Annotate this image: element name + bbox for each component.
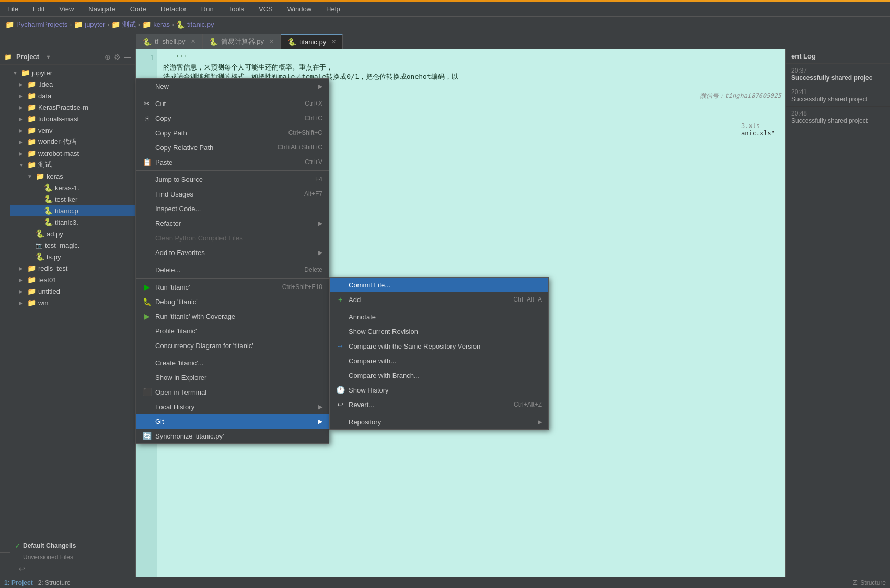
ctx-add[interactable]: + Add Ctrl+Alt+A	[330, 292, 548, 307]
ctx-copy[interactable]: ⎘ Copy Ctrl+C	[136, 111, 329, 125]
bottom-item-z-structure[interactable]: Z: Structure	[853, 579, 886, 586]
tab-titanic[interactable]: 🐍 titanic.py ✕	[281, 34, 343, 49]
sidebar-locate-icon[interactable]: ⊕	[105, 53, 111, 61]
menu-window[interactable]: Window	[284, 4, 315, 14]
vc-default-changelist[interactable]: ✓ Default Changelis	[15, 540, 132, 551]
breadcrumb-pycharmprojects[interactable]: PycharmProjects	[16, 20, 67, 28]
menu-edit[interactable]: Edit	[30, 4, 48, 14]
tree-item-ceshi[interactable]: ▼ 📁 测试	[10, 159, 135, 170]
tree-item-test01[interactable]: ▶ 📁 test01	[10, 274, 135, 285]
tree-item-tspy[interactable]: ▶ 🐍 ts.py	[10, 251, 135, 262]
tree-item-tutorials[interactable]: ▶ 📁 tutorials-mast	[10, 113, 135, 124]
ctx-git[interactable]: Git ▶	[136, 414, 329, 429]
bottom-item-structure[interactable]: 2: Structure	[38, 579, 71, 586]
menu-vcs[interactable]: VCS	[256, 4, 276, 14]
ctx-compare-with-branch[interactable]: Compare with Branch...	[330, 368, 548, 383]
ctx-open-terminal[interactable]: ⬛ Open in Terminal	[136, 385, 329, 399]
ctx-copy-path[interactable]: Copy Path Ctrl+Shift+C	[136, 125, 329, 140]
tree-arrow-idea: ▶	[19, 82, 25, 87]
sidebar-settings-icon[interactable]: ⚙	[114, 53, 121, 61]
ctx-delete[interactable]: Delete... Delete	[136, 262, 329, 277]
breadcrumb-jupyter[interactable]: jupyter	[85, 20, 105, 28]
ctx-repository[interactable]: Repository ▶	[330, 414, 548, 429]
tree-item-wxrobot[interactable]: ▶ 📁 wxrobot-mast	[10, 147, 135, 159]
breadcrumb-keras-icon: 📁	[142, 20, 151, 29]
breadcrumb-titanic[interactable]: titanic.py	[187, 20, 214, 28]
ctx-debug[interactable]: 🐛 Debug 'titanic'	[136, 294, 329, 309]
tree-item-titanic[interactable]: ▶ 🐍 titanic.p	[10, 205, 135, 216]
tree-item-untitled[interactable]: ▶ 📁 untitled	[10, 285, 135, 297]
ctx-find-usages-label: Find Usages	[155, 190, 193, 198]
ctx-new[interactable]: New ▶	[136, 79, 329, 94]
ctx-synchronize[interactable]: 🔄 Synchronize 'titanic.py'	[136, 429, 329, 443]
ctx-compare-with[interactable]: Compare with...	[330, 353, 548, 368]
ctx-commit-file[interactable]: Commit File...	[330, 278, 548, 292]
tab-tfshell-close[interactable]: ✕	[191, 38, 195, 45]
vc-unversioned[interactable]: Unversioned Files	[15, 551, 132, 563]
sidebar-minimize-icon[interactable]: —	[124, 53, 131, 61]
tree-icon-ceshi: 📁	[27, 160, 36, 169]
tree-item-win[interactable]: ▶ 📁 win	[10, 297, 135, 308]
menu-code[interactable]: Code	[127, 4, 149, 14]
ctx-run-icon: ▶	[143, 283, 151, 291]
tree-item-idea[interactable]: ▶ 📁 .idea	[10, 78, 135, 90]
tree-arrow-keras: ▼	[27, 174, 33, 179]
ctx-revert[interactable]: ↩ Revert... Ctrl+Alt+Z	[330, 397, 548, 412]
ctx-annotate[interactable]: Annotate	[330, 309, 548, 324]
menu-help[interactable]: Help	[323, 4, 343, 14]
menu-tools[interactable]: Tools	[225, 4, 247, 14]
tree-item-wonder[interactable]: ▶ 📁 wonder-代码	[10, 136, 135, 147]
ctx-find-usages[interactable]: Find Usages Alt+F7	[136, 187, 329, 201]
ctx-show-current-revision[interactable]: Show Current Revision	[330, 324, 548, 339]
vc-undo-btn[interactable]: ↩	[15, 563, 132, 574]
tree-item-adpy[interactable]: ▶ 🐍 ad.py	[10, 228, 135, 239]
tree-item-data[interactable]: ▶ 📁 data	[10, 90, 135, 101]
tree-item-redistest[interactable]: ▶ 📁 redis_test	[10, 262, 135, 274]
ctx-concurrency[interactable]: Concurrency Diagram for 'titanic'	[136, 338, 329, 353]
ctx-cut-icon: ✂	[143, 99, 151, 108]
bottom-item-project[interactable]: 1: Project	[4, 579, 33, 586]
ctx-add-to-favorites[interactable]: Add to Favorites ▶	[136, 245, 329, 260]
ctx-cut[interactable]: ✂ Cut Ctrl+X	[136, 96, 329, 111]
menu-navigate[interactable]: Navigate	[85, 4, 118, 14]
ctx-show-in-explorer-label: Show in Explorer	[155, 374, 206, 382]
tab-titanic-label: titanic.py	[299, 38, 326, 46]
ctx-paste[interactable]: 📋 Paste Ctrl+V	[136, 155, 329, 169]
tree-icon-testmagic: 📷	[36, 242, 43, 249]
tree-item-keras1[interactable]: ▶ 🐍 keras-1.	[10, 182, 135, 193]
breadcrumb-ceshi[interactable]: 测试	[122, 20, 136, 29]
ctx-copy-relative-path[interactable]: Copy Relative Path Ctrl+Alt+Shift+C	[136, 140, 329, 155]
tab-titanic-close[interactable]: ✕	[331, 39, 336, 45]
tree-item-keras-folder[interactable]: ▼ 📁 keras	[10, 170, 135, 182]
ctx-inspect-code[interactable]: Inspect Code...	[136, 201, 329, 216]
ctx-refactor[interactable]: Refactor ▶	[136, 216, 329, 230]
ctx-show-history[interactable]: 🕐 Show History	[330, 383, 548, 397]
tab-calculator-icon: 🐍	[209, 38, 218, 46]
breadcrumb-keras[interactable]: keras	[153, 20, 170, 28]
ctx-compare-with-label: Compare with...	[349, 357, 396, 365]
sidebar-dropdown-icon[interactable]: ▼	[45, 54, 51, 60]
tab-calculator-close[interactable]: ✕	[269, 38, 274, 45]
menu-file[interactable]: File	[4, 4, 21, 14]
vc-check-icon: ✓	[15, 541, 21, 550]
ctx-run[interactable]: ▶ Run 'titanic' Ctrl+Shift+F10	[136, 280, 329, 294]
ctx-run-coverage[interactable]: ▶ Run 'titanic' with Coverage	[136, 309, 329, 324]
ctx-show-in-explorer[interactable]: Show in Explorer	[136, 370, 329, 385]
tree-item-jupyter[interactable]: ▼ 📁 jupyter	[10, 67, 135, 78]
vc-undo-icon: ↩	[19, 564, 25, 573]
ctx-compare-same-repo[interactable]: ↔ Compare with the Same Repository Versi…	[330, 339, 548, 353]
tree-item-keraspm[interactable]: ▶ 📁 KerasPractise-m	[10, 101, 135, 113]
ctx-jump-to-source[interactable]: Jump to Source F4	[136, 172, 329, 187]
tree-item-titanic3[interactable]: ▶ 🐍 titanic3.	[10, 216, 135, 228]
menu-view[interactable]: View	[56, 4, 77, 14]
ctx-local-history[interactable]: Local History ▶	[136, 399, 329, 414]
tree-item-testker[interactable]: ▶ 🐍 test-ker	[10, 193, 135, 205]
tab-tfshell[interactable]: 🐍 tf_shell.py ✕	[136, 34, 202, 49]
tab-calculator[interactable]: 🐍 简易计算器.py ✕	[202, 34, 281, 49]
ctx-create[interactable]: Create 'titanic'...	[136, 355, 329, 370]
menu-refactor[interactable]: Refactor	[158, 4, 190, 14]
tree-item-venv[interactable]: ▶ 📁 venv	[10, 124, 135, 136]
tree-item-testmagic[interactable]: ▶ 📷 test_magic.	[10, 239, 135, 251]
ctx-profile[interactable]: Profile 'titanic'	[136, 324, 329, 338]
menu-run[interactable]: Run	[198, 4, 217, 14]
